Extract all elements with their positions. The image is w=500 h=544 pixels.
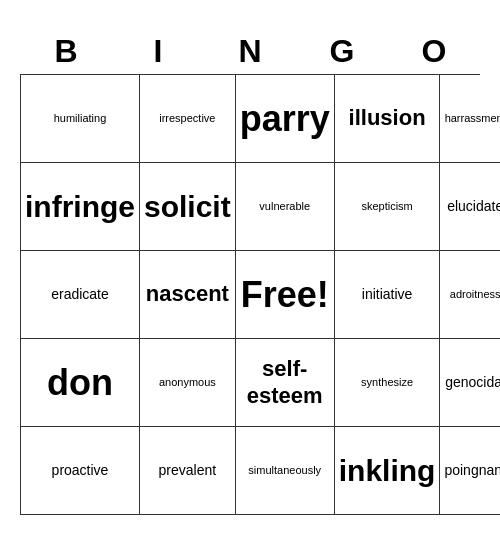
cell-text: synthesize (361, 376, 413, 389)
cell-text: irrespective (159, 112, 215, 125)
bingo-cell-2-4[interactable]: adroitness (440, 251, 500, 339)
cell-text: humiliating (54, 112, 107, 125)
bingo-cell-2-0[interactable]: eradicate (21, 251, 140, 339)
cell-text: harrassment (445, 112, 500, 125)
bingo-cell-4-4[interactable]: poingnant (440, 427, 500, 515)
cell-text: parry (240, 97, 330, 140)
cell-text: illusion (349, 105, 426, 131)
bingo-cell-0-2[interactable]: parry (236, 75, 335, 163)
bingo-cell-3-0[interactable]: don (21, 339, 140, 427)
bingo-cell-1-2[interactable]: vulnerable (236, 163, 335, 251)
header-letter-b: B (20, 29, 112, 74)
bingo-cell-4-1[interactable]: prevalent (140, 427, 236, 515)
bingo-cell-3-3[interactable]: synthesize (335, 339, 441, 427)
bingo-cell-0-0[interactable]: humiliating (21, 75, 140, 163)
cell-text: prevalent (159, 462, 217, 479)
header-letter-g: G (296, 29, 388, 74)
bingo-cell-0-3[interactable]: illusion (335, 75, 441, 163)
bingo-cell-0-1[interactable]: irrespective (140, 75, 236, 163)
bingo-cell-2-3[interactable]: initiative (335, 251, 441, 339)
cell-text: self-esteem (240, 356, 330, 409)
bingo-header: BINGO (20, 29, 480, 74)
bingo-cell-4-2[interactable]: simultaneously (236, 427, 335, 515)
bingo-cell-0-4[interactable]: harrassment (440, 75, 500, 163)
cell-text: eradicate (51, 286, 109, 303)
cell-text: elucidate (447, 198, 500, 215)
cell-text: don (47, 361, 113, 404)
bingo-cell-1-0[interactable]: infringe (21, 163, 140, 251)
bingo-cell-3-1[interactable]: anonymous (140, 339, 236, 427)
cell-text: Free! (241, 273, 329, 316)
bingo-cell-1-1[interactable]: solicit (140, 163, 236, 251)
cell-text: initiative (362, 286, 413, 303)
bingo-cell-1-3[interactable]: skepticism (335, 163, 441, 251)
cell-text: inkling (339, 453, 436, 489)
cell-text: nascent (146, 281, 229, 307)
bingo-cell-1-4[interactable]: elucidate (440, 163, 500, 251)
cell-text: adroitness (450, 288, 500, 301)
bingo-grid: humiliatingirrespectiveparryillusionharr… (20, 74, 480, 515)
cell-text: infringe (25, 189, 135, 225)
bingo-cell-4-3[interactable]: inkling (335, 427, 441, 515)
header-letter-i: I (112, 29, 204, 74)
cell-text: solicit (144, 189, 231, 225)
header-letter-n: N (204, 29, 296, 74)
bingo-cell-2-2[interactable]: Free! (236, 251, 335, 339)
cell-text: vulnerable (259, 200, 310, 213)
bingo-card: BINGO humiliatingirrespectiveparryillusi… (20, 29, 480, 515)
cell-text: anonymous (159, 376, 216, 389)
cell-text: skepticism (361, 200, 412, 213)
bingo-cell-2-1[interactable]: nascent (140, 251, 236, 339)
header-letter-o: O (388, 29, 480, 74)
cell-text: poingnant (444, 462, 500, 479)
bingo-cell-3-2[interactable]: self-esteem (236, 339, 335, 427)
bingo-cell-4-0[interactable]: proactive (21, 427, 140, 515)
cell-text: proactive (52, 462, 109, 479)
bingo-cell-3-4[interactable]: genocidal (440, 339, 500, 427)
cell-text: simultaneously (248, 464, 321, 477)
cell-text: genocidal (445, 374, 500, 391)
